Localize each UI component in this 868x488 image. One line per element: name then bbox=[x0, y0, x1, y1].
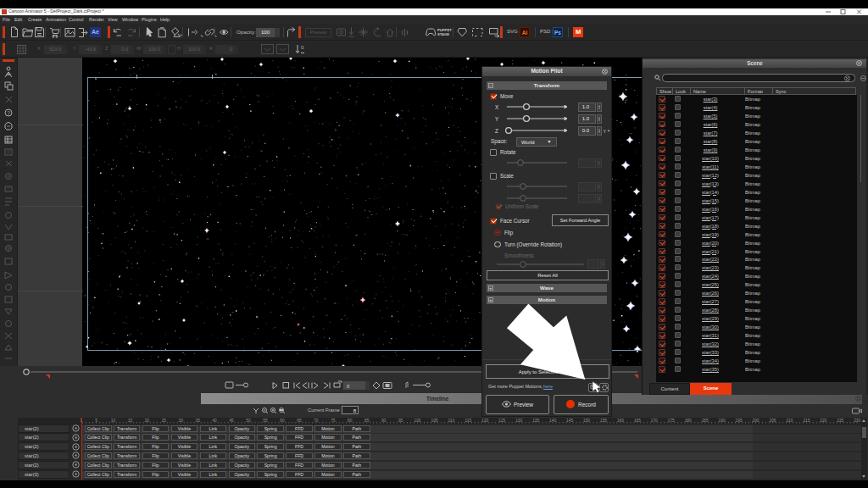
svg-text:Y: Y bbox=[604, 129, 607, 134]
svg-text:Y: Y bbox=[495, 116, 499, 122]
svg-text:0: 0 bbox=[301, 45, 304, 50]
svg-text:X: X bbox=[495, 104, 499, 110]
svg-text:Z: Z bbox=[495, 128, 498, 134]
svg-text:?: ? bbox=[7, 110, 10, 116]
